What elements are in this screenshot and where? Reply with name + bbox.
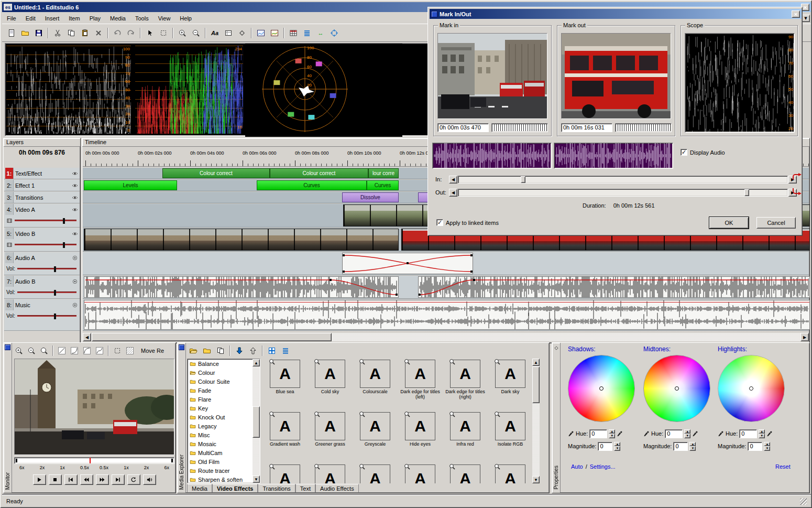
colour-wheel[interactable] (643, 355, 710, 422)
volume-slider[interactable] (17, 315, 76, 317)
audio-ring-icon[interactable] (70, 255, 80, 261)
effect-item[interactable]: A Hide eyes (398, 411, 443, 463)
hue-spin-down[interactable]: ▼ (684, 434, 690, 438)
stop-button[interactable] (49, 474, 62, 485)
folder-item[interactable]: Colour (188, 368, 260, 377)
settings-link[interactable]: Settings... (590, 463, 616, 470)
detail-view-button[interactable] (279, 345, 292, 356)
resize-grip[interactable] (800, 498, 807, 505)
magnitude-spin-down[interactable]: ▼ (614, 446, 620, 451)
reset-link[interactable]: Reset (775, 463, 791, 470)
magnitude-spin-up[interactable]: ▲ (614, 442, 620, 447)
mask-button[interactable] (124, 345, 136, 356)
menu-item[interactable]: Help (175, 14, 196, 23)
go-start-button[interactable] (64, 474, 78, 485)
mark-out-timecode-field[interactable]: 0h 00m 16s 031 (561, 123, 612, 132)
media-tab[interactable]: Media (187, 484, 212, 493)
colour-wheel[interactable] (718, 355, 785, 422)
layer-row-effect1[interactable]: 2:Effect 1 (4, 180, 80, 191)
move-region-label[interactable]: Move Re (141, 348, 168, 354)
in-slider-track[interactable] (458, 176, 788, 183)
fast-forward-button[interactable] (96, 474, 109, 485)
in-slider-thumb[interactable] (521, 176, 525, 183)
hue-input[interactable]: 0 (589, 429, 607, 438)
effect-item[interactable]: A (398, 463, 443, 483)
layer-row-transitions[interactable]: 3:Transitions (4, 192, 80, 203)
eye-icon[interactable] (70, 170, 80, 177)
region-select-button[interactable] (112, 345, 123, 356)
scroll-right-button[interactable]: ▶ (800, 333, 809, 341)
mark-out-scrub-strip[interactable] (615, 123, 672, 132)
apply-linked-option[interactable]: ✓ Apply to linked items (436, 219, 499, 226)
eyedropper-icon-2[interactable] (617, 430, 623, 437)
eyedropper-icon-2[interactable] (692, 430, 698, 437)
clip-colour-correct[interactable]: Colour correct (162, 168, 270, 178)
undo-button[interactable] (111, 27, 124, 39)
hue-spin-up[interactable]: ▲ (609, 429, 615, 434)
opacity-slider[interactable] (15, 220, 76, 221)
cut-button[interactable] (51, 27, 64, 39)
effect-item[interactable]: A Gradient wash (262, 411, 308, 463)
span-arrows-button[interactable]: ↔ (314, 27, 327, 39)
import-down-button[interactable] (233, 345, 246, 356)
folder-item[interactable]: Misc (188, 430, 260, 439)
folder-item[interactable]: Flare (188, 395, 260, 404)
fade-out-curve-button[interactable] (69, 345, 80, 356)
menu-item[interactable]: Edit (21, 14, 40, 23)
hue-input[interactable]: 0 (665, 429, 683, 438)
video-b-filmstrip[interactable] (84, 229, 399, 251)
scroll-left-button[interactable]: ◀ (83, 333, 91, 341)
s-curve-button[interactable] (94, 345, 105, 356)
eyedropper-icon[interactable] (643, 430, 650, 437)
hue-input[interactable]: 0 (739, 429, 757, 438)
clip-colour-correct[interactable]: lour corre (368, 168, 399, 178)
scope-toggle-1-button[interactable] (255, 27, 267, 39)
audio-ring-icon[interactable] (70, 302, 80, 308)
marker-button[interactable] (236, 27, 248, 39)
play-button[interactable] (33, 474, 46, 485)
music-clip[interactable] (84, 300, 810, 330)
list-view-button[interactable] (301, 27, 313, 39)
eyedropper-icon-2[interactable] (766, 430, 773, 437)
clip-curves[interactable]: Curves (367, 180, 399, 190)
go-end-button[interactable] (112, 474, 125, 485)
effect-item[interactable]: A (308, 463, 353, 483)
folder-item[interactable]: MultiCam (188, 448, 260, 457)
audio-b-clip-2[interactable] (418, 276, 810, 298)
zoom-in-button[interactable] (176, 27, 189, 39)
monitor-zoom-fit-button[interactable] (38, 345, 50, 356)
hue-spin-down[interactable]: ▼ (609, 434, 615, 438)
new-button[interactable] (5, 27, 18, 39)
clip-curves[interactable]: Curves (257, 180, 367, 190)
layer-row-text-effect[interactable]: 1:Text/Effect (4, 168, 80, 179)
new-folder-button[interactable] (201, 345, 213, 356)
dialog-title-bar[interactable]: Mark In/Out × (430, 9, 802, 19)
effect-item[interactable]: A Cold sky (308, 359, 353, 411)
hue-spin-down[interactable]: ▼ (759, 434, 765, 438)
menu-item[interactable]: Tools (130, 14, 153, 23)
loop-button[interactable] (127, 474, 140, 485)
monitor-scrub-bar[interactable] (14, 457, 174, 464)
folder-item[interactable]: Fade (188, 386, 260, 395)
track-audio-b[interactable] (83, 276, 809, 299)
apply-linked-checkbox[interactable]: ✓ (436, 219, 443, 226)
eyedropper-icon[interactable] (718, 430, 724, 437)
effect-item[interactable]: A Greener grass (308, 411, 353, 463)
magnitude-input[interactable]: 0 (598, 442, 612, 451)
menu-item[interactable]: Play (85, 14, 105, 23)
clip-levels[interactable]: Levels (84, 180, 177, 190)
menu-item[interactable]: Insert (40, 14, 64, 23)
export-up-button[interactable] (247, 345, 259, 356)
folder-item[interactable]: Mosaic (188, 439, 260, 448)
magnitude-spin-up[interactable]: ▲ (689, 442, 696, 447)
magnitude-spin-down[interactable]: ▼ (689, 446, 696, 451)
layer-row-video-b[interactable]: 5:Video B (4, 228, 80, 252)
magnitude-input[interactable]: 0 (673, 442, 688, 451)
audio-a-crossfade[interactable] (342, 253, 473, 274)
menu-item[interactable]: File (2, 14, 21, 23)
audio-ring-icon[interactable] (70, 278, 80, 285)
folder-item[interactable]: Colour Suite (188, 377, 260, 386)
scope-toggle-2-button[interactable] (268, 27, 281, 39)
track-music[interactable] (83, 299, 809, 331)
open-button[interactable] (19, 27, 31, 39)
